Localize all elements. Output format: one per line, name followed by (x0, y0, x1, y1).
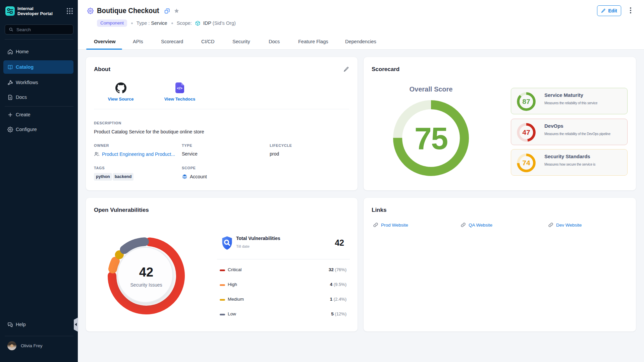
svg-text:47: 47 (522, 128, 530, 136)
svg-text:87: 87 (522, 98, 530, 105)
svg-text:</>: </> (177, 86, 182, 90)
svg-text:74: 74 (522, 159, 530, 167)
